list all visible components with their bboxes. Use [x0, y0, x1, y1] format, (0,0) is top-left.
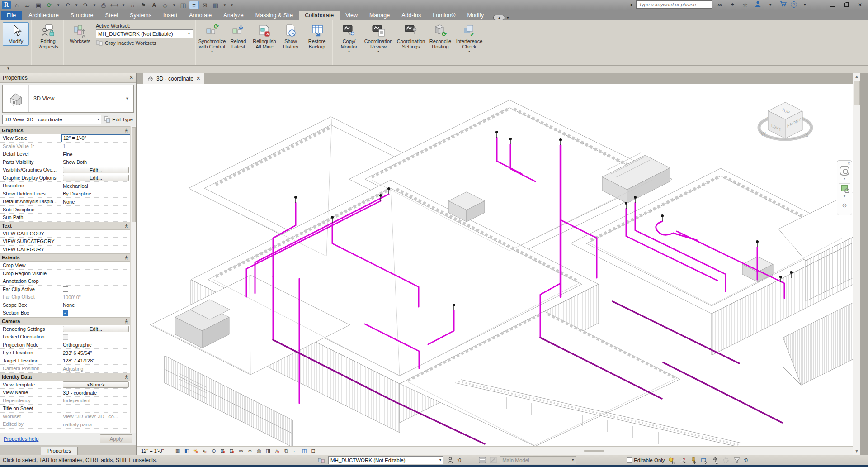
properties-close-icon[interactable]: ✕ [129, 75, 133, 81]
property-value[interactable]: Adjusting [61, 365, 130, 372]
edit-type-button[interactable]: Edit Type [103, 116, 134, 123]
property-value[interactable]: Fine [61, 150, 130, 158]
print-icon[interactable]: ⎙ [99, 1, 108, 9]
sign-in-icon[interactable] [753, 1, 763, 9]
property-value[interactable]: 233' 6 45/64" [61, 349, 130, 357]
relinquish-all-mine-button[interactable]: ✕ Relinquish All Mine [251, 22, 278, 51]
unlocked-view-icon[interactable]: ⚯ [237, 448, 245, 454]
reveal-hidden-elements-icon[interactable]: ◍ [255, 448, 263, 454]
section-header-identity-data[interactable]: Identity Data≪ [0, 373, 130, 381]
steering-wheel-icon[interactable] [840, 166, 849, 176]
interference-check-button[interactable]: ✓ Interference Check ▾ [453, 22, 485, 55]
app-store-cart-icon[interactable] [778, 1, 788, 8]
save-icon[interactable]: ▣ [33, 1, 43, 9]
ribbon-tab-add-ins[interactable]: Add-Ins [396, 11, 427, 20]
scroll-up-icon[interactable]: ▲ [855, 73, 859, 80]
zoom-caret-icon[interactable]: ▾ [844, 193, 845, 200]
properties-bottom-tab[interactable]: Properties [41, 447, 78, 455]
type-selector-caret-icon[interactable]: ▼ [125, 85, 133, 112]
property-value[interactable]: 1000' 0" [61, 293, 130, 301]
compass-e[interactable]: E [803, 116, 807, 121]
section-header-graphics[interactable]: Graphics≪ [0, 126, 130, 134]
design-options-icon[interactable] [478, 457, 486, 464]
property-value[interactable] [61, 262, 130, 269]
edit-restrictions-icon[interactable]: ✕ [679, 457, 687, 464]
property-value[interactable]: nathaly parra [61, 420, 130, 428]
sun-path-icon[interactable]: ☀ [192, 448, 200, 454]
close-button[interactable]: ✕ [856, 2, 863, 8]
select-links-icon[interactable] [700, 457, 708, 464]
default-3d-view-icon[interactable]: ◇ [160, 1, 170, 9]
coordination-review-button[interactable]: Coordination Review ▾ [362, 22, 395, 55]
status-workset-dropdown[interactable]: MH_DUCTWORK (Not Editable) ▾ [328, 456, 443, 464]
property-checkbox[interactable] [63, 263, 68, 268]
ribbon-tab-collaborate[interactable]: Collaborate [299, 11, 340, 20]
active-workset-dropdown[interactable]: MH_DUCTWORK (Not Editable) ▼ [96, 29, 193, 38]
ribbon-tab-systems[interactable]: Systems [124, 11, 157, 20]
compass-w[interactable]: W [761, 131, 766, 137]
search-input[interactable] [636, 0, 712, 9]
switch-caret-icon[interactable]: ▾ [222, 1, 228, 9]
property-value[interactable] [61, 206, 130, 214]
favorites-icon[interactable]: ☆ [740, 1, 750, 8]
restore-backup-button[interactable]: Restore Backup [304, 22, 330, 51]
switch-windows-icon[interactable]: ▥ [211, 1, 221, 9]
search-icon[interactable]: ∞ [715, 1, 725, 8]
ribbon-tab-modify[interactable]: Modify [462, 11, 490, 20]
show-history-button[interactable]: Show History [278, 22, 304, 51]
show-crop-region-icon[interactable]: ⊡ [228, 448, 236, 454]
ribbon-tab-insert[interactable]: Insert [157, 11, 183, 20]
property-checkbox[interactable] [63, 279, 68, 284]
section-icon[interactable]: ◫ [178, 1, 188, 9]
coordination-settings-button[interactable]: Coordination Settings [395, 22, 427, 51]
minimize-ribbon-icon[interactable]: ▲ [493, 15, 505, 20]
properties-scrollbar[interactable] [130, 126, 136, 433]
apply-button[interactable]: Apply [100, 434, 132, 443]
modify-button[interactable]: Modify [3, 22, 29, 46]
property-value[interactable]: None [61, 301, 130, 309]
expand-search-icon[interactable]: ▶ [631, 3, 633, 7]
property-value[interactable]: ✓ [61, 309, 130, 317]
view-tab-3d-coordinate[interactable]: 3D - coordinate ✕ [143, 73, 204, 84]
synchronize-icon[interactable]: ⟳ [44, 1, 54, 9]
highlight-displacement-sets-icon[interactable]: ⧉ [283, 448, 290, 454]
gray-inactive-worksets-toggle[interactable]: Gray Inactive Worksets [96, 40, 193, 46]
view-cube[interactable]: W S N E TOP LEFT FRONT [753, 97, 821, 151]
ribbon-toggle-caret-icon[interactable]: ▾ [507, 16, 509, 20]
editing-requests-status-icon[interactable] [446, 457, 454, 464]
ribbon-tab-manage[interactable]: Manage [363, 11, 396, 20]
open-icon[interactable]: ▱ [23, 1, 33, 9]
ribbon-tab-analyze[interactable]: Analyze [217, 11, 249, 20]
drag-elements-icon[interactable] [711, 457, 719, 464]
ribbon-tab-view[interactable]: View [340, 11, 363, 20]
undo-caret-icon[interactable]: ▾ [73, 1, 80, 9]
crop-view-icon[interactable]: ⊞ [219, 448, 227, 454]
property-checkbox[interactable] [63, 215, 68, 220]
ribbon-tab-architecture[interactable]: Architecture [23, 11, 65, 20]
redo-caret-icon[interactable]: ▾ [91, 1, 98, 9]
restore-button[interactable] [843, 2, 850, 8]
worksets-button[interactable]: Worksets [67, 22, 93, 46]
measure-icon[interactable]: ⟷ [109, 1, 119, 9]
editable-only-checkbox[interactable]: Editable Only [627, 457, 665, 463]
vertical-scrollbar[interactable]: ▲ ▼ [853, 73, 860, 455]
shadows-icon[interactable]: ◐ [201, 448, 209, 454]
synchronize-with-central-button[interactable]: ⟳ Synchronize with Central ▾ [199, 22, 225, 55]
section-box-icon[interactable]: ⊟ [310, 448, 317, 454]
filter-icon[interactable] [733, 457, 741, 464]
property-value[interactable]: Orthographic [61, 341, 130, 349]
property-value[interactable] [61, 270, 130, 277]
ribbon-tab-lumion-[interactable]: Lumion® [427, 11, 461, 20]
tag-icon[interactable]: ⚑ [138, 1, 148, 9]
ribbon-tab-steel[interactable]: Steel [99, 11, 124, 20]
properties-help-link[interactable]: Properties help [4, 436, 38, 442]
section-header-text[interactable]: Text≪ [0, 222, 130, 230]
customize-qat-icon[interactable]: ▾ [229, 1, 235, 9]
property-value[interactable] [61, 333, 130, 341]
editable-only-box[interactable] [627, 457, 632, 463]
property-value[interactable]: View "3D View: 3D - co... [61, 413, 130, 420]
property-value[interactable]: Edit... [61, 166, 130, 174]
home-icon[interactable]: ⌂ [12, 1, 22, 9]
help-icon[interactable]: ? [791, 1, 797, 8]
scroll-down-icon[interactable]: ▼ [855, 448, 859, 455]
